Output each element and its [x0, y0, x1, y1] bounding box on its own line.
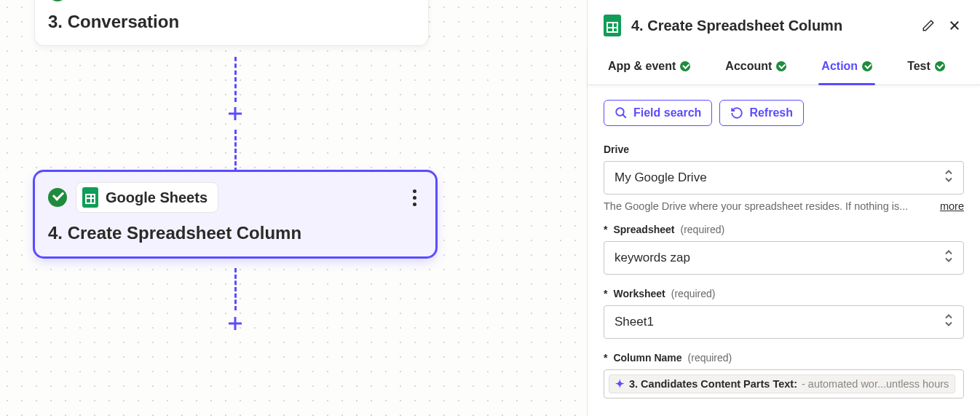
workflow-canvas[interactable]: 3. Conversation Google Sheets 4. Create … — [0, 0, 587, 416]
connector-line — [234, 130, 237, 172]
node-number: 3. — [48, 12, 63, 31]
workflow-node-3[interactable]: 3. Conversation — [35, 0, 428, 45]
close-button[interactable] — [947, 17, 963, 34]
rename-button[interactable] — [920, 17, 936, 34]
panel-header: 4. Create Spreadsheet Column — [588, 0, 980, 50]
field-label-text: Spreadsheet — [613, 224, 674, 235]
more-link[interactable]: more — [940, 200, 964, 212]
refresh-button[interactable]: Refresh — [719, 100, 804, 126]
node-title: 3. Conversation — [48, 12, 415, 32]
workflow-node-4[interactable]: Google Sheets 4. Create Spreadsheet Colu… — [35, 172, 435, 256]
google-sheets-icon — [82, 187, 98, 208]
svg-line-7 — [623, 114, 626, 118]
tab-label: Action — [821, 60, 858, 73]
button-label: Refresh — [749, 106, 793, 119]
panel-title-text: Create Spreadsheet Column — [647, 17, 842, 34]
worksheet-select[interactable]: Sheet1 — [604, 305, 964, 339]
tab-label: Test — [907, 60, 930, 73]
step-editor-panel: 4. Create Spreadsheet Column App & event… — [587, 0, 980, 416]
app-chip[interactable]: Google Sheets — [76, 182, 218, 213]
svg-point-6 — [616, 108, 624, 116]
check-icon — [935, 61, 945, 71]
field-label-text: Drive — [604, 144, 629, 155]
required-asterisk: * — [604, 352, 607, 364]
field-label: Drive — [604, 144, 964, 155]
app-name: Google Sheets — [106, 189, 208, 206]
tab-label: Account — [725, 60, 772, 73]
add-step-button[interactable] — [225, 103, 245, 124]
button-label: Field search — [633, 106, 701, 119]
helper-text: The Google Drive where your spreadsheet … — [604, 200, 908, 212]
chevron-updown-icon — [944, 170, 953, 187]
column-name-input[interactable]: ✦ 3. Candidates Content Parts Text: - au… — [604, 369, 964, 399]
tab-app-event[interactable]: App & event — [605, 50, 693, 85]
select-value: keywords zap — [615, 251, 690, 264]
node-name: Create Spreadsheet Column — [68, 223, 301, 243]
node-name: Conversation — [68, 12, 179, 31]
pill-value: - automated wor...untless hours — [802, 378, 949, 390]
tab-action[interactable]: Action — [818, 50, 875, 85]
field-label-text: Column Name — [613, 352, 681, 364]
pill-source: 3. Candidates Content Parts Text: — [629, 378, 797, 390]
refresh-icon — [730, 106, 743, 119]
field-label: * Worksheet (required) — [604, 288, 964, 299]
field-drive: Drive My Google Drive The Google Drive w… — [604, 144, 964, 212]
check-icon — [680, 61, 690, 71]
spreadsheet-select[interactable]: keywords zap — [604, 241, 964, 275]
field-helper: The Google Drive where your spreadsheet … — [604, 200, 964, 212]
sparkle-icon: ✦ — [615, 378, 625, 390]
field-search-button[interactable]: Field search — [604, 100, 712, 126]
required-label: (required) — [688, 352, 732, 364]
required-asterisk: * — [604, 288, 607, 299]
select-value: My Google Drive — [615, 170, 707, 184]
tab-label: App & event — [608, 60, 676, 73]
node-number: 4. — [48, 223, 63, 243]
field-spreadsheet: * Spreadsheet (required) keywords zap — [604, 224, 964, 275]
required-asterisk: * — [604, 224, 607, 235]
select-value: Sheet1 — [615, 315, 654, 329]
field-worksheet: * Worksheet (required) Sheet1 — [604, 288, 964, 339]
mapped-pill[interactable]: ✦ 3. Candidates Content Parts Text: - au… — [609, 374, 955, 393]
drive-select[interactable]: My Google Drive — [604, 161, 964, 195]
panel-title-number: 4. — [631, 17, 644, 34]
check-icon — [48, 188, 67, 207]
field-label-text: Worksheet — [613, 288, 665, 299]
field-column-name: * Column Name (required) ✦ 3. Candidates… — [604, 352, 964, 399]
panel-body: Field search Refresh Drive My Google Dri… — [588, 85, 980, 406]
connector-line — [234, 57, 237, 102]
chevron-updown-icon — [944, 314, 953, 331]
node-menu-button[interactable] — [406, 189, 422, 206]
node-title: 4. Create Spreadsheet Column — [48, 223, 422, 243]
check-icon — [48, 0, 67, 1]
tab-test[interactable]: Test — [904, 50, 948, 85]
search-icon — [615, 106, 628, 119]
tab-account[interactable]: Account — [722, 50, 789, 85]
check-icon — [862, 61, 872, 71]
required-label: (required) — [671, 288, 716, 299]
chevron-updown-icon — [944, 250, 953, 267]
field-label: * Column Name (required) — [604, 352, 964, 364]
panel-title: 4. Create Spreadsheet Column — [631, 17, 910, 34]
panel-tabs: App & event Account Action Test — [588, 50, 980, 85]
add-step-button[interactable] — [225, 313, 245, 334]
check-icon — [776, 61, 786, 71]
google-sheets-icon — [604, 15, 621, 36]
required-label: (required) — [681, 224, 725, 235]
connector-line — [234, 268, 237, 310]
field-label: * Spreadsheet (required) — [604, 224, 964, 235]
